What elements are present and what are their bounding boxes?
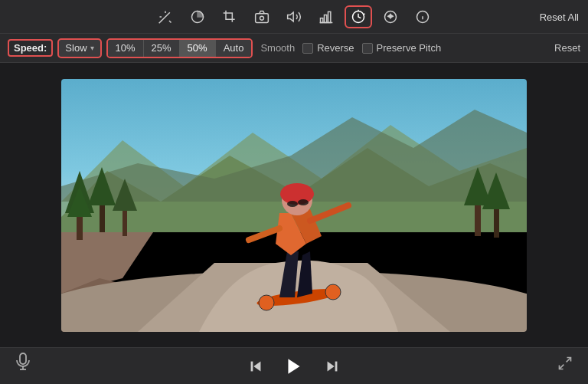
reverse-checkbox-group: Reverse	[302, 42, 354, 54]
preserve-pitch-label: Preserve Pitch	[377, 42, 442, 54]
reverse-label: Reverse	[317, 42, 354, 54]
camera-icon[interactable]	[248, 5, 276, 28]
speed-preset-auto[interactable]: Auto	[216, 40, 252, 57]
magic-wand-icon[interactable]	[152, 5, 179, 28]
smooth-label: Smooth	[260, 42, 295, 54]
svg-point-49	[287, 201, 298, 207]
speed-presets: 10% 25% 50% Auto	[106, 38, 253, 58]
microphone-icon[interactable]	[15, 353, 31, 375]
skip-back-button[interactable]	[244, 355, 267, 378]
video-area	[0, 63, 588, 347]
color-wheel-icon[interactable]	[184, 5, 211, 28]
speed-preset-50[interactable]: 50%	[180, 40, 216, 57]
svg-point-48	[280, 183, 314, 205]
speed-dropdown[interactable]: Slow ▾	[57, 38, 101, 58]
speed-dropdown-value: Slow	[65, 42, 87, 54]
svg-line-0	[161, 12, 170, 21]
reset-button[interactable]: Reset	[554, 42, 580, 54]
video-scene	[61, 79, 527, 332]
svg-point-7	[260, 16, 264, 20]
toolbar-icons	[152, 5, 436, 28]
svg-marker-8	[288, 12, 294, 21]
transport-controls	[244, 355, 344, 378]
svg-rect-52	[20, 353, 26, 364]
svg-line-60	[567, 358, 571, 363]
speed-toolbar: Speed: Slow ▾ 10% 25% 50% Auto Smooth Re…	[0, 34, 588, 63]
svg-rect-6	[256, 13, 269, 22]
svg-rect-56	[251, 361, 253, 371]
svg-rect-59	[335, 361, 338, 371]
svg-marker-58	[328, 361, 335, 371]
top-toolbar: Reset All	[0, 0, 588, 34]
svg-rect-11	[328, 11, 331, 22]
reverse-checkbox[interactable]	[302, 43, 313, 54]
preserve-pitch-checkbox-group: Preserve Pitch	[362, 42, 442, 54]
svg-line-4	[169, 21, 172, 23]
svg-marker-57	[288, 359, 299, 374]
svg-marker-55	[253, 361, 260, 371]
video-player[interactable]	[61, 79, 527, 332]
crop-icon[interactable]	[216, 5, 243, 28]
speed-label: Speed:	[8, 39, 53, 57]
skip-forward-button[interactable]	[321, 355, 344, 378]
speed-preset-10[interactable]: 10%	[108, 40, 144, 57]
preserve-pitch-checkbox[interactable]	[362, 43, 373, 54]
speed-icon[interactable]	[345, 5, 372, 28]
chevron-down-icon: ▾	[90, 44, 94, 52]
audio-icon[interactable]	[280, 5, 308, 28]
svg-line-1	[159, 21, 162, 23]
svg-line-15	[364, 13, 364, 14]
effects-icon[interactable]	[377, 5, 404, 28]
svg-point-39	[259, 295, 274, 310]
reset-all-button[interactable]: Reset All	[540, 11, 579, 22]
svg-point-40	[325, 284, 341, 300]
svg-rect-9	[321, 18, 323, 22]
histogram-icon[interactable]	[312, 5, 340, 28]
svg-line-61	[560, 365, 564, 369]
info-icon[interactable]	[409, 5, 436, 28]
speed-preset-25[interactable]: 25%	[144, 40, 180, 57]
svg-rect-10	[325, 15, 327, 22]
svg-point-50	[298, 199, 309, 205]
fullscreen-icon[interactable]	[557, 356, 573, 375]
play-button[interactable]	[283, 355, 305, 378]
bottom-controls	[0, 347, 588, 384]
